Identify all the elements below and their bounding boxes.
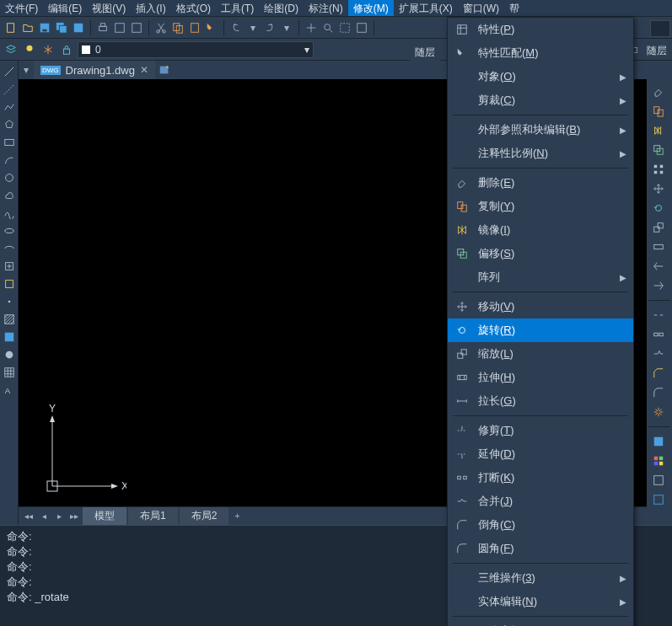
offset2-icon[interactable] — [648, 142, 669, 158]
layer-freeze-icon[interactable] — [40, 42, 56, 57]
xline-icon[interactable] — [2, 82, 17, 97]
scale2-icon[interactable] — [648, 219, 669, 236]
stretch2-icon[interactable] — [648, 238, 669, 255]
layer-combo[interactable]: 0 ▾ — [78, 41, 314, 58]
menu-item-缩放[interactable]: 缩放(L) — [448, 342, 633, 366]
redo-dropdown-icon[interactable]: ▾ — [279, 20, 294, 35]
zoom-extents-icon[interactable] — [354, 20, 369, 35]
menu-v[interactable]: 视图(V) — [87, 0, 131, 16]
zoom-icon[interactable] — [320, 20, 336, 35]
copy2-icon[interactable] — [648, 103, 669, 120]
menu-item-旋转[interactable]: 旋转(R) — [448, 318, 633, 342]
layout-tab-model[interactable]: 模型 — [83, 507, 126, 525]
layout-first-icon[interactable]: ◂◂ — [22, 510, 35, 523]
polygon-icon[interactable] — [2, 117, 17, 132]
paste-icon[interactable] — [187, 20, 202, 35]
menu-item-拉长[interactable]: 拉长(G) — [448, 389, 633, 413]
extend2-icon[interactable] — [648, 277, 669, 294]
open-icon[interactable] — [20, 20, 35, 35]
gradient-icon[interactable] — [2, 329, 17, 345]
layer-bulb-icon[interactable] — [22, 42, 37, 57]
rectangle-icon[interactable] — [2, 135, 17, 150]
explode-icon[interactable] — [648, 404, 669, 420]
mtext-icon[interactable]: A — [2, 383, 17, 398]
new-icon[interactable] — [3, 20, 19, 35]
break2-icon[interactable] — [648, 326, 669, 343]
match-icon[interactable] — [204, 20, 219, 35]
saveas-icon[interactable] — [71, 20, 86, 35]
circle-icon[interactable] — [2, 170, 17, 185]
layer-manager-icon[interactable] — [3, 42, 19, 57]
save-icon[interactable] — [37, 20, 52, 35]
menu-item-倒角[interactable]: 倒角(C) — [448, 513, 633, 537]
menu-x[interactable]: 帮 — [504, 0, 524, 16]
close-tab-icon[interactable]: ✕ — [140, 64, 148, 76]
arc-icon[interactable] — [2, 152, 17, 168]
menu-item-删除[interactable]: 删除(E) — [448, 171, 633, 195]
block-icon[interactable] — [2, 276, 17, 292]
menu-item-特性[interactable]: 特性(P) — [448, 18, 633, 41]
revcloud-icon[interactable] — [2, 188, 17, 203]
spline-icon[interactable] — [2, 206, 17, 221]
menu-item-特性匹配[interactable]: 特性匹配(M) — [448, 41, 633, 65]
line-icon[interactable] — [2, 64, 17, 79]
menu-item-剪裁[interactable]: 剪裁(C)▶ — [448, 88, 633, 112]
menu-i[interactable]: 插入(I) — [131, 0, 170, 16]
array2-icon[interactable] — [648, 161, 669, 178]
layout-last-icon[interactable]: ▸▸ — [67, 510, 81, 523]
new-tab-button[interactable] — [155, 61, 174, 79]
menu-item-外部参照和块编辑[interactable]: 外部参照和块编辑(B)▶ — [448, 118, 633, 142]
palette3-icon[interactable] — [648, 472, 669, 489]
breakpoint-icon[interactable] — [648, 307, 669, 324]
copy-icon[interactable] — [170, 20, 185, 35]
menu-item-合并[interactable]: 合并(J) — [448, 490, 633, 513]
menu-item-移动[interactable]: 移动(V) — [448, 295, 633, 318]
region-icon[interactable] — [2, 347, 17, 362]
undo-icon[interactable] — [228, 20, 244, 35]
ellipse-icon[interactable] — [2, 223, 17, 238]
table-icon[interactable] — [2, 365, 17, 380]
bylayer-label-right[interactable]: 随层 — [643, 42, 670, 60]
menu-item-修剪[interactable]: 修剪(T) — [448, 419, 633, 442]
palette4-icon[interactable] — [648, 491, 669, 508]
layout-next-icon[interactable]: ▸ — [52, 510, 66, 523]
menu-item-对象[interactable]: 对象(O)▶ — [448, 65, 633, 88]
ellipsearc-icon[interactable] — [2, 241, 17, 256]
pan-icon[interactable] — [304, 20, 319, 35]
menu-t[interactable]: 工具(T) — [216, 0, 259, 16]
bylayer-label-left[interactable]: 随层 — [410, 42, 440, 63]
menu-f[interactable]: 文件(F) — [0, 0, 43, 16]
right-combo-dropdown[interactable] — [650, 20, 670, 37]
publish-icon[interactable] — [129, 20, 144, 35]
menu-item-圆角[interactable]: 圆角(F) — [448, 537, 633, 560]
menu-item-打断[interactable]: 打断(K) — [448, 466, 633, 490]
insert-icon[interactable] — [2, 259, 17, 274]
chamfer2-icon[interactable] — [648, 365, 669, 382]
menu-item-更改空间[interactable]: 更改空间(S) — [448, 619, 633, 626]
menu-x[interactable]: 扩展工具(X) — [394, 0, 458, 16]
menu-item-拉伸[interactable]: 拉伸(H) — [448, 366, 633, 389]
menu-item-三维操作[interactable]: 三维操作(3)▶ — [448, 566, 633, 590]
layout-prev-icon[interactable]: ◂ — [37, 510, 51, 523]
menu-item-偏移[interactable]: 偏移(S) — [448, 242, 633, 265]
palette2-icon[interactable] — [648, 452, 669, 469]
layout-tab-1[interactable]: 布局1 — [128, 507, 178, 525]
mirror2-icon[interactable] — [648, 122, 669, 139]
menu-item-镜像[interactable]: 镜像(I) — [448, 218, 633, 242]
tab-chevron-icon[interactable]: ▾ — [19, 64, 34, 76]
menu-n[interactable]: 标注(N) — [304, 0, 348, 16]
menu-item-延伸[interactable]: 延伸(D) — [448, 442, 633, 466]
menu-o[interactable]: 格式(O) — [171, 0, 216, 16]
fillet2-icon[interactable] — [648, 384, 669, 401]
menu-item-复制[interactable]: 复制(Y) — [448, 195, 633, 218]
menu-e[interactable]: 编辑(E) — [43, 0, 87, 16]
print-preview-icon[interactable] — [112, 20, 127, 35]
join2-icon[interactable] — [648, 345, 669, 362]
menu-w[interactable]: 窗口(W) — [458, 0, 504, 16]
erase-icon[interactable] — [648, 83, 669, 100]
menu-item-阵列[interactable]: 阵列▶ — [448, 265, 633, 289]
point-icon[interactable] — [2, 294, 17, 309]
zoom-window-icon[interactable] — [337, 20, 352, 35]
layout-add-icon[interactable]: + — [230, 510, 244, 523]
layout-tab-2[interactable]: 布局2 — [180, 507, 229, 525]
